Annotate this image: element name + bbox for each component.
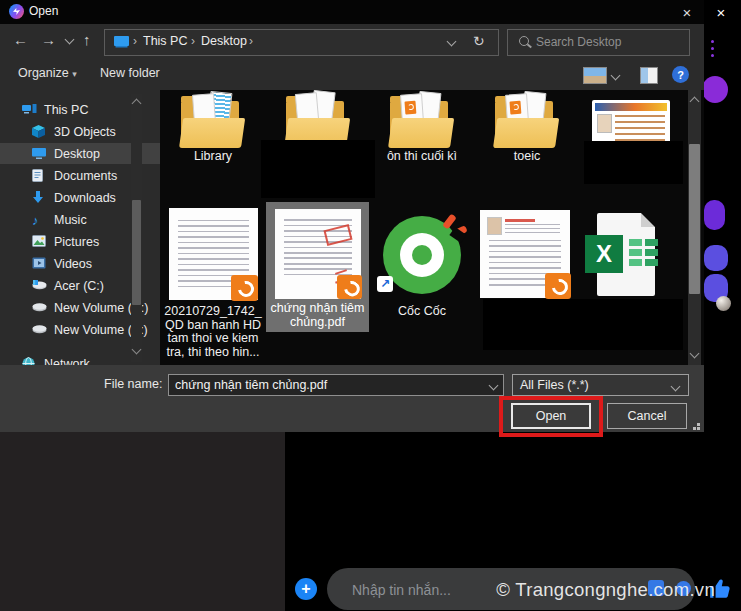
dialog-close-button[interactable]: × — [672, 0, 702, 24]
hard-drive-icon — [32, 323, 47, 336]
monitor-icon — [32, 147, 47, 160]
organize-caret-icon: ▾ — [72, 69, 77, 79]
open-file-dialog: Open × ← → ↑ › This PC › Desktop › ↻ Sea… — [0, 0, 704, 432]
pdf-badge-icon — [231, 275, 258, 301]
pdf-badge-icon — [337, 275, 362, 299]
cube-icon — [32, 125, 47, 138]
menu-dots-icon — [711, 47, 714, 50]
sidebar-item-label: Music — [54, 213, 87, 227]
message-input-placeholder: Nhập tin nhắn... — [352, 582, 451, 598]
video-icon — [32, 257, 47, 270]
chat-left-panel — [0, 432, 285, 611]
menu-dots-icon — [711, 54, 714, 57]
hard-drive-icon — [32, 301, 47, 314]
excel-cells-icon — [629, 239, 658, 266]
sidebar-scrollbar-thumb[interactable] — [132, 200, 141, 305]
file-name-input[interactable] — [168, 374, 504, 396]
search-input[interactable]: Search Desktop — [536, 35, 621, 49]
resize-grip — [697, 423, 700, 426]
details-view-icon[interactable] — [640, 67, 658, 84]
window-close-button[interactable]: × — [706, 0, 736, 24]
breadcrumb-separator: › — [191, 34, 195, 48]
censor-box — [483, 299, 683, 350]
file-label: 20210729_1742_ QD ban hanh HD tam thoi v… — [163, 305, 263, 359]
dialog-footer: File name: All Files (*.*) Open Cancel — [0, 365, 704, 432]
background-sticker — [704, 245, 728, 271]
sidebar-item-label: This PC — [44, 103, 88, 117]
address-dropdown-icon[interactable] — [447, 37, 457, 47]
network-globe-icon — [22, 357, 37, 365]
sidebar-item-label: Acer (C:) — [54, 279, 104, 293]
picture-icon — [32, 235, 47, 248]
file-label: toeic — [475, 150, 579, 164]
sidebar-item-label: Desktop — [54, 147, 100, 161]
desktop-location-icon — [114, 36, 129, 46]
navigation-sidebar: This PC 3D Objects Desktop Documents Dow… — [0, 90, 160, 365]
breadcrumb-desktop[interactable]: Desktop — [201, 34, 247, 48]
dialog-title: Open — [29, 4, 58, 18]
file-list: Library ôn thi cuối kì — [160, 90, 704, 365]
sidebar-item-label: Videos — [54, 257, 92, 271]
back-button[interactable]: ← — [13, 31, 28, 48]
file-type-value: All Files (*.*) — [520, 378, 589, 392]
messenger-plus-button[interactable]: + — [295, 578, 317, 600]
breadcrumb[interactable]: › This PC › Desktop › ↻ — [104, 29, 499, 56]
background-sticker — [702, 76, 728, 103]
sidebar-item-label: Network — [44, 357, 90, 366]
navigation-bar: ← → ↑ › This PC › Desktop › ↻ Search Des… — [0, 24, 704, 58]
sidebar-item-label: Pictures — [54, 235, 99, 249]
censor-box — [584, 141, 683, 184]
search-icon — [519, 36, 529, 46]
file-type-dropdown-icon — [671, 382, 681, 392]
background-sticker — [704, 200, 725, 230]
computer-icon — [22, 103, 37, 116]
download-arrow-icon — [32, 191, 47, 204]
breadcrumb-separator: › — [133, 34, 137, 48]
file-label: Library — [161, 150, 265, 164]
search-box[interactable]: Search Desktop — [507, 29, 690, 56]
help-button[interactable]: ? — [672, 66, 689, 83]
up-button[interactable]: ↑ — [83, 31, 91, 48]
watermark: © Trangcongnghe.com.vn — [496, 579, 715, 601]
resize-grip — [693, 427, 696, 430]
menu-dots-icon — [711, 40, 714, 43]
command-toolbar: Organize ▾ New folder ? — [0, 58, 704, 90]
file-list-scrollbar-thumb[interactable] — [689, 144, 700, 294]
breadcrumb-this-pc[interactable]: This PC — [143, 34, 187, 48]
history-chevron-icon[interactable] — [65, 35, 75, 45]
music-note-icon: ♪ — [32, 213, 47, 226]
hard-drive-icon — [32, 279, 47, 292]
excel-x-icon: X — [585, 235, 623, 273]
file-name-label: File name: — [104, 377, 162, 391]
organize-label: Organize — [18, 66, 69, 80]
dialog-titlebar: Open × — [0, 0, 704, 24]
annotation-highlight-rectangle — [499, 396, 603, 437]
coccoc-logo-icon — [383, 216, 461, 294]
refresh-icon[interactable]: ↻ — [473, 33, 485, 49]
breadcrumb-separator: › — [249, 34, 253, 48]
file-label: ôn thi cuối kì — [370, 150, 474, 164]
file-label: chứng nhận tiêm chủng.pdf — [268, 302, 367, 329]
shortcut-arrow-icon: ↗ — [377, 276, 393, 292]
resize-grip[interactable] — [697, 427, 700, 430]
sidebar-item-label: Downloads — [54, 191, 116, 205]
sidebar-item-label: Documents — [54, 169, 117, 183]
document-icon — [32, 169, 47, 182]
sidebar-item-label: 3D Objects — [54, 125, 116, 139]
screen: × Open × ← → ↑ › This PC › Desktop › — [0, 0, 741, 611]
background-sticker — [716, 296, 731, 311]
cancel-button[interactable]: Cancel — [607, 403, 687, 429]
thumbnail-view-icon[interactable] — [583, 67, 607, 84]
organize-button[interactable]: Organize ▾ — [18, 66, 77, 80]
new-folder-button[interactable]: New folder — [100, 66, 160, 80]
view-dropdown-icon[interactable] — [611, 71, 621, 81]
messenger-app-icon — [9, 4, 24, 19]
pdf-badge-icon — [545, 273, 571, 299]
forward-button[interactable]: → — [41, 31, 56, 48]
file-label: Cốc Cốc — [386, 305, 458, 319]
censor-box — [261, 140, 375, 198]
file-type-select[interactable]: All Files (*.*) — [512, 374, 689, 396]
